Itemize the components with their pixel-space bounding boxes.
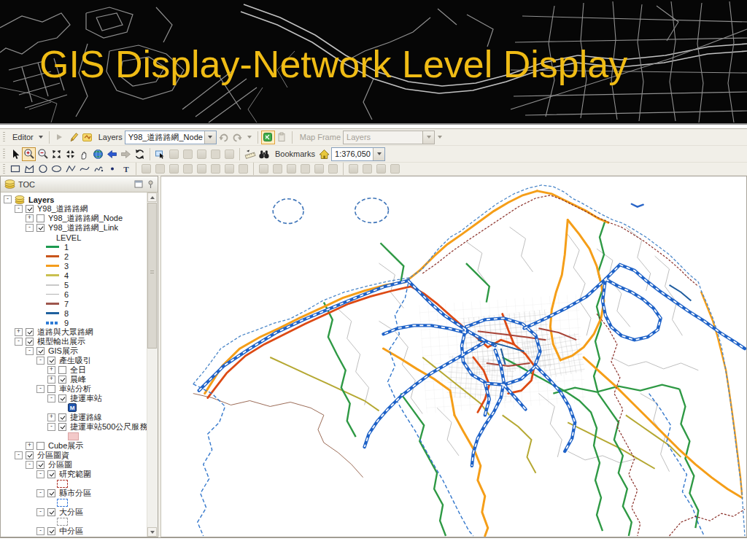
toc-row[interactable]: 3 [1, 261, 158, 271]
layer-visibility-checkbox[interactable] [36, 461, 44, 469]
draw-curve-button[interactable] [77, 162, 91, 176]
tree-expander[interactable]: + [47, 413, 55, 421]
tree-expander[interactable]: - [26, 347, 34, 355]
toc-row[interactable]: LEVEL [1, 233, 158, 242]
tree-expander[interactable]: - [36, 385, 44, 393]
draw-circle-button[interactable] [36, 162, 50, 176]
layer-visibility-checkbox[interactable] [47, 470, 55, 478]
align-center-button[interactable] [209, 162, 222, 176]
toc-row[interactable]: -捷運車站 [1, 394, 158, 403]
send-backward-button[interactable] [271, 162, 285, 176]
group-button[interactable] [312, 162, 326, 176]
toc-scrollbar[interactable] [147, 192, 158, 537]
target-layer-dropdown-button[interactable] [204, 131, 216, 144]
align-right-button[interactable] [181, 162, 195, 176]
snap-point-button[interactable] [360, 162, 374, 176]
redo-button[interactable] [231, 131, 244, 144]
target-layer-combobox[interactable]: Y98_道路路網_Node [125, 131, 217, 144]
tree-expander[interactable]: - [36, 357, 44, 365]
toc-pin-icon[interactable] [147, 180, 154, 189]
undo-button[interactable] [217, 131, 231, 144]
toc-row[interactable]: -縣市分區 [1, 489, 158, 498]
layer-visibility-checkbox[interactable] [47, 489, 55, 497]
layer-visibility-checkbox[interactable] [58, 423, 66, 431]
tree-expander[interactable]: - [36, 470, 44, 478]
select-elements-button[interactable] [8, 147, 22, 161]
layer-visibility-checkbox[interactable] [26, 328, 34, 336]
select-features-button[interactable] [153, 147, 167, 161]
create-features-button[interactable] [80, 131, 94, 144]
measure-tool-button[interactable] [243, 147, 257, 161]
tree-expander[interactable]: + [47, 376, 55, 384]
draw-rectangle-button[interactable] [8, 162, 22, 176]
find-tool-button[interactable] [257, 147, 271, 161]
tree-expander[interactable]: - [15, 338, 23, 346]
toc-row[interactable]: -模型輸出展示 [1, 337, 158, 346]
tree-expander[interactable]: - [36, 489, 44, 497]
bring-front-button[interactable] [285, 162, 298, 176]
refresh-view-button[interactable] [133, 147, 147, 161]
map-view[interactable] [160, 176, 747, 537]
send-back-button[interactable] [298, 162, 312, 176]
deselect-button[interactable] [195, 147, 209, 161]
toolbar-grip[interactable] [3, 149, 5, 159]
toc-row[interactable]: 7 [1, 299, 158, 308]
toc-row[interactable]: 8 [1, 308, 158, 318]
tree-expander[interactable]: - [36, 527, 44, 535]
layer-visibility-checkbox[interactable] [26, 205, 34, 213]
full-extent-button[interactable] [91, 147, 105, 161]
align-top-button[interactable] [167, 162, 181, 176]
distribute-vert-button[interactable] [236, 162, 250, 176]
toc-row[interactable]: -捷運車站500公尺服務範圍 [1, 422, 158, 432]
scroll-up-button[interactable] [147, 192, 157, 202]
toc-row[interactable]: 6 [1, 289, 158, 299]
draw-polygon-button[interactable] [22, 162, 36, 176]
tree-expander[interactable]: - [26, 461, 34, 469]
zoom-in-tool-button[interactable] [22, 147, 36, 161]
toc-row[interactable]: 4 [1, 271, 158, 280]
home-bookmark-button[interactable] [317, 147, 331, 161]
bookmarks-menu[interactable]: Bookmarks [271, 149, 317, 158]
layer-visibility-checkbox[interactable] [47, 508, 55, 516]
toolbar-grip[interactable] [3, 132, 5, 142]
layer-visibility-checkbox[interactable] [26, 338, 34, 346]
map-scale-combobox[interactable]: 1:376,050 [331, 147, 385, 161]
layer-visibility-checkbox[interactable] [36, 347, 44, 355]
bring-forward-button[interactable] [257, 162, 271, 176]
tree-expander[interactable]: + [15, 328, 23, 336]
draw-ellipse-button[interactable] [50, 162, 63, 176]
map-scale-dropdown-button[interactable] [373, 148, 384, 160]
tree-expander[interactable]: - [47, 423, 55, 431]
distribute-button[interactable] [222, 162, 236, 176]
draw-line-button[interactable] [63, 162, 77, 176]
layer-visibility-checkbox[interactable] [47, 527, 55, 535]
zoom-selected-button[interactable] [222, 147, 236, 161]
layer-visibility-checkbox[interactable] [36, 214, 44, 222]
layer-visibility-checkbox[interactable] [47, 385, 55, 393]
edit-sketch-toggle-button[interactable] [261, 131, 275, 144]
toc-row[interactable]: 5 [1, 280, 158, 289]
tree-expander[interactable]: - [15, 205, 23, 213]
editor-menu[interactable]: Editor [8, 133, 36, 141]
toc-float-window-icon[interactable] [134, 180, 143, 188]
layer-visibility-checkbox[interactable] [47, 357, 55, 365]
snap-edge-button[interactable] [374, 162, 388, 176]
edit-tool-button[interactable] [53, 131, 66, 144]
layer-visibility-checkbox[interactable] [36, 224, 44, 232]
align-left-button[interactable] [153, 162, 167, 176]
toc-row[interactable]: -分區圖資 [1, 451, 158, 460]
tree-expander[interactable]: - [36, 508, 44, 516]
select-graphics-button[interactable] [209, 147, 222, 161]
layer-visibility-checkbox[interactable] [58, 366, 66, 374]
layer-visibility-checkbox[interactable] [26, 451, 34, 459]
tree-expander[interactable]: - [47, 394, 55, 402]
fixed-zoom-out-button[interactable] [63, 147, 77, 161]
draw-point-button[interactable] [105, 162, 119, 176]
editor-menu-caret[interactable] [39, 136, 43, 139]
edit-vertices-button[interactable] [139, 162, 153, 176]
draw-text-button[interactable]: T [119, 162, 133, 176]
toolbar-grip[interactable] [3, 164, 5, 174]
ungroup-button[interactable] [326, 162, 340, 176]
fixed-zoom-in-button[interactable] [50, 147, 63, 161]
toc-row[interactable]: -中分區 [1, 526, 158, 536]
